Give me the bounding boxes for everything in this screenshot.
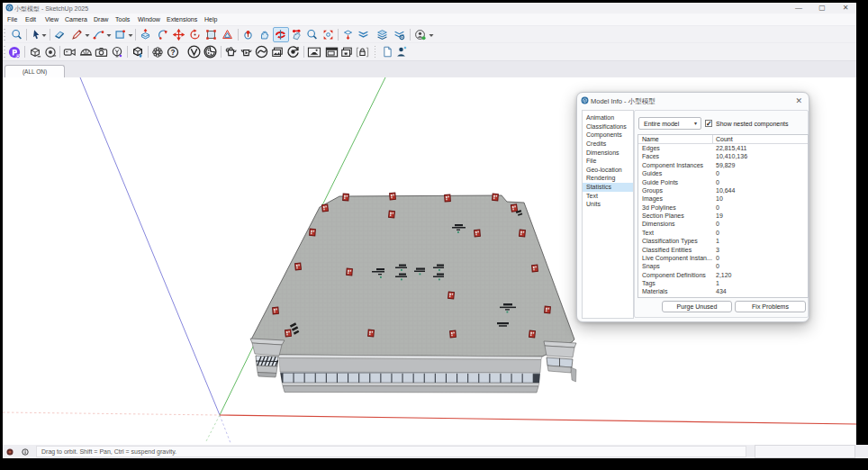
svg-text:?: ? bbox=[170, 48, 175, 57]
